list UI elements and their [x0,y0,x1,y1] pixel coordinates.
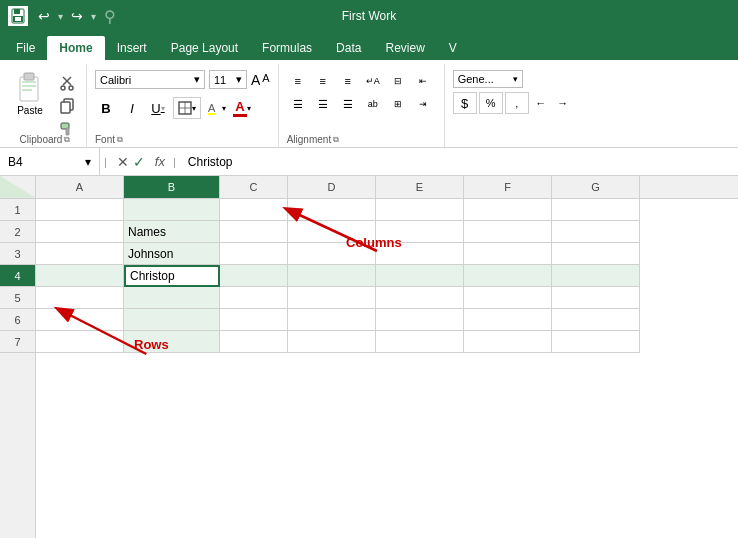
align-center-button[interactable]: ☰ [312,93,334,115]
cell-d2[interactable] [288,221,376,243]
confirm-formula-button[interactable]: ✓ [133,154,145,170]
cell-d1[interactable] [288,199,376,221]
cell-g6[interactable] [552,309,640,331]
tab-home[interactable]: Home [47,36,104,60]
cancel-formula-button[interactable]: ✕ [117,154,129,170]
row-header-5[interactable]: 5 [0,287,35,309]
align-left-button[interactable]: ☰ [287,93,309,115]
cell-g3[interactable] [552,243,640,265]
border-button[interactable]: ▾ [173,97,201,119]
font-color-button[interactable]: A ▾ [231,97,253,119]
cell-g5[interactable] [552,287,640,309]
cell-c4[interactable] [220,265,288,287]
cell-c6[interactable] [220,309,288,331]
cell-c3[interactable] [220,243,288,265]
tab-more[interactable]: V [437,36,469,60]
cell-c7[interactable] [220,331,288,353]
cell-b1[interactable] [124,199,220,221]
tab-file[interactable]: File [4,36,47,60]
column-header-d[interactable]: D [288,176,376,198]
column-header-b[interactable]: B [124,176,220,198]
orientation-button[interactable]: ab [362,93,384,115]
font-grow-button[interactable]: A [251,72,260,88]
cell-reference-box[interactable]: B4 ▾ [0,148,100,176]
cell-c1[interactable] [220,199,288,221]
cell-e1[interactable] [376,199,464,221]
currency-button[interactable]: $ [453,92,477,114]
row-header-4[interactable]: 4 [0,265,35,287]
undo-button[interactable]: ↩ [34,6,54,26]
column-header-a[interactable]: A [36,176,124,198]
tab-review[interactable]: Review [373,36,436,60]
cell-f4[interactable] [464,265,552,287]
cell-e6[interactable] [376,309,464,331]
align-right-button[interactable]: ☰ [337,93,359,115]
cell-e2[interactable] [376,221,464,243]
cell-e4[interactable] [376,265,464,287]
font-name-selector[interactable]: Calibri ▾ [95,70,205,89]
cell-b4[interactable]: Christop [124,265,220,287]
row-header-2[interactable]: 2 [0,221,35,243]
cell-e5[interactable] [376,287,464,309]
column-header-g[interactable]: G [552,176,640,198]
underline-button[interactable]: U ▾ [147,97,169,119]
cell-g7[interactable] [552,331,640,353]
bold-button[interactable]: B [95,97,117,119]
font-shrink-button[interactable]: A [262,72,269,88]
cell-g1[interactable] [552,199,640,221]
copy-button[interactable] [54,95,80,117]
clipboard-expand-icon[interactable]: ⧉ [64,135,70,145]
cell-g4[interactable] [552,265,640,287]
number-format-selector[interactable]: Gene... [458,73,494,85]
cell-e3[interactable] [376,243,464,265]
formula-content[interactable]: Christop [180,155,738,169]
increase-decimal-button[interactable]: → [553,92,573,114]
cell-d7[interactable] [288,331,376,353]
paste-button[interactable]: Paste [10,68,50,118]
row-header-1[interactable]: 1 [0,199,35,221]
cell-d3[interactable] [288,243,376,265]
align-top-right-button[interactable]: ≡ [337,70,359,92]
cell-g2[interactable] [552,221,640,243]
row-header-3[interactable]: 3 [0,243,35,265]
tab-page-layout[interactable]: Page Layout [159,36,250,60]
merge-center-button[interactable]: ⊟ [387,70,409,92]
cell-d5[interactable] [288,287,376,309]
cell-c5[interactable] [220,287,288,309]
italic-button[interactable]: I [121,97,143,119]
corner-cell[interactable] [0,176,36,198]
column-header-f[interactable]: F [464,176,552,198]
redo-button[interactable]: ↪ [67,6,87,26]
percent-button[interactable]: % [479,92,503,114]
row-header-7[interactable]: 7 [0,331,35,353]
align-top-center-button[interactable]: ≡ [312,70,334,92]
cell-f2[interactable] [464,221,552,243]
wrap-text-button[interactable]: ↵A [362,70,384,92]
align-merge-button[interactable]: ⊞ [387,93,409,115]
font-expand-icon[interactable]: ⧉ [117,135,123,145]
cell-a6[interactable] [36,309,124,331]
indent-decrease-button[interactable]: ⇤ [412,70,434,92]
cell-a5[interactable] [36,287,124,309]
cell-d6[interactable] [288,309,376,331]
cell-f1[interactable] [464,199,552,221]
cell-a2[interactable] [36,221,124,243]
save-icon[interactable] [8,6,28,26]
tab-formulas[interactable]: Formulas [250,36,324,60]
cell-b2[interactable]: Names [124,221,220,243]
decrease-decimal-button[interactable]: ← [531,92,551,114]
cut-button[interactable] [54,72,80,94]
cell-ref-dropdown[interactable]: ▾ [85,155,91,169]
cell-f5[interactable] [464,287,552,309]
column-header-c[interactable]: C [220,176,288,198]
indent-increase-button[interactable]: ⇥ [412,93,434,115]
tab-data[interactable]: Data [324,36,373,60]
alignment-expand-icon[interactable]: ⧉ [333,135,339,145]
cell-a1[interactable] [36,199,124,221]
cell-a4[interactable] [36,265,124,287]
cell-b6[interactable] [124,309,220,331]
cell-c2[interactable] [220,221,288,243]
cell-d4[interactable] [288,265,376,287]
cell-a7[interactable] [36,331,124,353]
fill-color-button[interactable]: A ▾ [205,97,227,119]
